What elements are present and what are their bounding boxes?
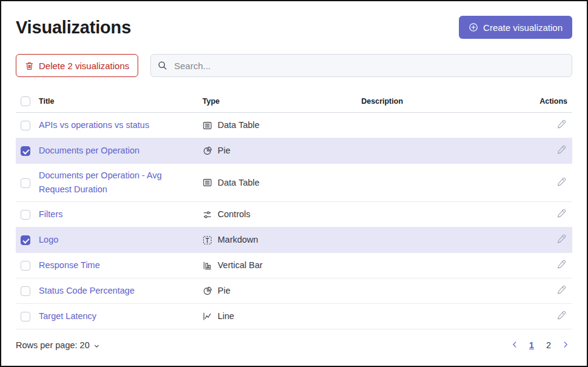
create-visualization-button[interactable]: Create visualization: [459, 16, 572, 39]
description-cell: [356, 113, 496, 138]
type-label: Markdown: [218, 233, 258, 247]
edit-button[interactable]: [555, 283, 567, 297]
toolbar: Delete 2 visualizations: [16, 54, 572, 77]
pencil-icon: [556, 144, 566, 156]
edit-button[interactable]: [555, 175, 567, 189]
edit-button[interactable]: [555, 207, 567, 221]
chevron-down-icon: [93, 342, 101, 350]
description-cell: [356, 227, 496, 253]
column-header-title: Title: [34, 90, 198, 113]
plus-circle-icon: [469, 22, 478, 32]
page-header: Visualizations Create visualization: [16, 16, 572, 39]
vertical-bar-icon: [202, 261, 212, 271]
pagination-page-1[interactable]: 1: [525, 339, 538, 351]
column-header-type: Type: [198, 90, 356, 113]
data-table-icon: [202, 178, 212, 187]
delete-visualizations-button[interactable]: Delete 2 visualizations: [16, 54, 138, 77]
type-cell: Pie: [202, 144, 352, 158]
pagination: 12: [508, 338, 572, 353]
table-row: Documents per Operation Pie: [16, 138, 572, 164]
chevron-left-icon: [510, 340, 519, 351]
pencil-icon: [556, 310, 566, 322]
create-visualization-label: Create visualization: [483, 22, 563, 33]
data-table-icon: [202, 121, 212, 130]
visualization-title-link[interactable]: Status Code Percentage: [39, 286, 135, 295]
table-row: Filters Controls: [16, 202, 572, 227]
description-cell: [356, 202, 496, 227]
type-cell: Line: [202, 309, 352, 323]
table-row: Target Latency Line: [16, 304, 572, 329]
row-checkbox[interactable]: [21, 286, 30, 296]
column-header-description: Description: [356, 90, 496, 113]
type-cell: Data Table: [202, 118, 352, 132]
edit-button[interactable]: [555, 258, 567, 272]
edit-button[interactable]: [555, 118, 567, 132]
row-checkbox[interactable]: [21, 312, 30, 322]
rows-per-page-button[interactable]: Rows per page: 20: [16, 337, 101, 354]
type-label: Data Table: [218, 118, 259, 132]
rows-per-page-label: Rows per page: 20: [16, 340, 90, 350]
pencil-icon: [556, 285, 566, 296]
trash-icon: [25, 61, 34, 70]
type-cell: Vertical Bar: [202, 258, 352, 272]
row-checkbox[interactable]: [21, 235, 30, 245]
search-input[interactable]: [173, 60, 565, 72]
pencil-icon: [556, 177, 566, 188]
row-checkbox[interactable]: [21, 146, 30, 156]
visualization-title-link[interactable]: Filters: [39, 209, 62, 219]
pagination-page-2[interactable]: 2: [542, 339, 555, 351]
visualization-title-link[interactable]: Documents per Operation: [39, 146, 139, 155]
table-body: APIs vs operations vs status Data Table …: [16, 113, 572, 329]
row-checkbox[interactable]: [21, 121, 30, 130]
row-checkbox[interactable]: [21, 178, 30, 188]
type-label: Vertical Bar: [218, 258, 262, 272]
type-cell: Data Table: [202, 176, 352, 190]
pagination-next-button[interactable]: [559, 338, 572, 353]
description-cell: [356, 164, 496, 202]
pie-chart-icon: [202, 146, 212, 156]
type-label: Pie: [218, 284, 230, 298]
table-header-row: Title Type Description Actions: [16, 90, 572, 113]
select-all-checkbox[interactable]: [21, 96, 30, 106]
type-cell: Markdown: [202, 233, 352, 247]
pagination-prev-button[interactable]: [508, 338, 521, 353]
description-cell: [356, 278, 496, 304]
edit-button[interactable]: [555, 232, 567, 246]
type-label: Controls: [218, 207, 250, 221]
visualization-title-link[interactable]: APIs vs operations vs status: [39, 120, 149, 130]
description-cell: [356, 138, 496, 164]
visualization-title-link[interactable]: Documents per Operation - Avg Request Du…: [39, 170, 162, 194]
type-label: Line: [218, 309, 234, 323]
edit-button[interactable]: [555, 309, 567, 323]
markdown-text-icon: [202, 235, 212, 245]
controls-sliders-icon: [202, 210, 212, 220]
visualization-title-link[interactable]: Response Time: [39, 260, 100, 270]
table-row: Status Code Percentage Pie: [16, 278, 572, 304]
visualization-title-link[interactable]: Logo: [39, 235, 58, 244]
row-checkbox[interactable]: [21, 261, 30, 271]
app-window: Visualizations Create visualization Dele…: [0, 0, 588, 367]
type-label: Pie: [218, 144, 230, 158]
page-title: Visualizations: [16, 18, 131, 38]
pencil-icon: [556, 119, 566, 130]
type-label: Data Table: [218, 176, 259, 190]
edit-button[interactable]: [555, 143, 567, 157]
description-cell: [356, 253, 496, 278]
pencil-icon: [556, 234, 566, 245]
chevron-right-icon: [561, 340, 570, 351]
table-row: Response Time Vertical Bar: [16, 253, 572, 278]
visualization-title-link[interactable]: Target Latency: [39, 311, 96, 321]
table-footer: Rows per page: 20 12: [16, 337, 572, 354]
search-box: [150, 54, 572, 77]
visualizations-table: Title Type Description Actions APIs vs o…: [16, 90, 572, 329]
description-cell: [356, 304, 496, 329]
pencil-icon: [556, 259, 566, 271]
pie-chart-icon: [202, 286, 212, 296]
delete-visualizations-label: Delete 2 visualizations: [39, 61, 129, 71]
type-cell: Controls: [202, 207, 352, 221]
row-checkbox[interactable]: [21, 210, 30, 220]
search-icon: [158, 61, 167, 70]
table-row: Logo Markdown: [16, 227, 572, 253]
line-chart-icon: [202, 312, 212, 322]
type-cell: Pie: [202, 284, 352, 298]
